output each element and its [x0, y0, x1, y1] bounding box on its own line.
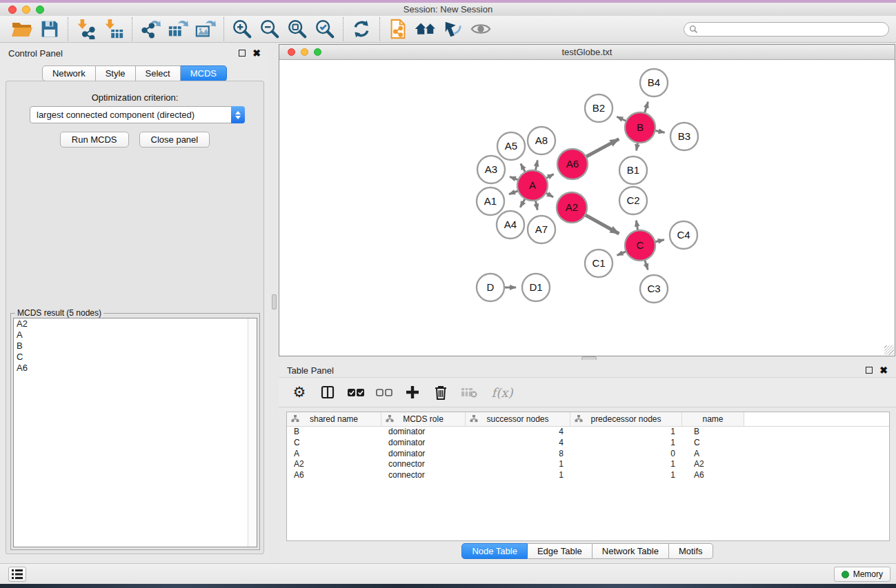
table-row[interactable]: A6connector11A6 — [287, 470, 889, 481]
node-C1[interactable]: C1 — [585, 250, 613, 277]
memory-button[interactable]: Memory — [834, 567, 890, 582]
memory-status-icon — [842, 571, 849, 578]
vertical-splitter-handle[interactable] — [272, 294, 277, 310]
column-header-MCDS-role[interactable]: MCDS role — [381, 412, 466, 426]
node-C2[interactable]: C2 — [619, 187, 647, 214]
tab-style[interactable]: Style — [96, 65, 136, 81]
table-settings-button[interactable]: ⚙ — [291, 384, 308, 401]
zoom-in-button[interactable] — [228, 17, 256, 41]
svg-text:A7: A7 — [535, 223, 548, 235]
zoom-out-button[interactable] — [256, 17, 283, 41]
table-panel: Table Panel ✖ ⚙ — [279, 360, 896, 563]
column-header-name[interactable]: name — [682, 412, 744, 426]
node-A2[interactable]: A2 — [557, 192, 587, 223]
table-panel-title: Table Panel — [287, 365, 866, 376]
svg-text:A1: A1 — [484, 195, 497, 207]
table-row[interactable]: Bdominator41B — [287, 427, 889, 438]
run-mcds-button[interactable]: Run MCDS — [60, 132, 129, 148]
import-table-button[interactable] — [100, 17, 128, 41]
tab-select[interactable]: Select — [136, 65, 181, 81]
tab-network[interactable]: Network — [42, 65, 96, 81]
tab-edge-table[interactable]: Edge Table — [528, 543, 593, 559]
mcds-result-item[interactable]: A2 — [14, 318, 257, 330]
mcds-result-group: MCDS result (5 nodes) A2ABCA6 — [10, 313, 260, 550]
new-network-from-selection-button[interactable] — [384, 17, 412, 41]
node-D[interactable]: D — [477, 274, 504, 301]
mcds-result-item[interactable]: A6 — [14, 363, 257, 374]
optimization-criterion-select[interactable]: largest connected component (directed) — [30, 106, 245, 123]
node-A[interactable]: A — [517, 170, 548, 201]
node-B4[interactable]: B4 — [640, 69, 668, 97]
network-window-titlebar[interactable]: testGlobe.txt — [279, 45, 895, 60]
tab-motifs[interactable]: Motifs — [669, 543, 713, 559]
table-row[interactable]: A2connector11A2 — [287, 459, 889, 470]
network-canvas[interactable]: B4B2BB3A5A8A6A3B1AA1C2A2A4A7C4CC1DD1C3 — [279, 60, 895, 356]
control-panel-title: Control Panel — [8, 48, 239, 59]
first-neighbors-button[interactable] — [412, 17, 439, 41]
float-table-panel-icon[interactable] — [866, 367, 873, 374]
node-B[interactable]: B — [625, 112, 655, 143]
cell: connector — [381, 459, 466, 470]
control-panel-tabs: NetworkStyleSelectMCDS — [0, 65, 269, 81]
mcds-result-title: MCDS result (5 nodes) — [15, 308, 103, 318]
node-C4[interactable]: C4 — [670, 221, 697, 249]
delete-column-button[interactable] — [432, 384, 449, 401]
mcds-list-scrollbar[interactable] — [248, 318, 257, 547]
node-B3[interactable]: B3 — [670, 123, 698, 150]
mcds-result-item[interactable]: B — [14, 341, 257, 352]
search-field[interactable] — [684, 22, 889, 37]
mcds-result-item[interactable]: A — [14, 330, 257, 341]
task-history-button[interactable] — [8, 567, 26, 582]
tab-network-table[interactable]: Network Table — [593, 543, 669, 559]
node-D1[interactable]: D1 — [522, 274, 550, 301]
node-A8[interactable]: A8 — [528, 127, 555, 154]
select-all-columns-button[interactable] — [348, 384, 364, 401]
zoom-out-icon — [259, 19, 280, 39]
node-B1[interactable]: B1 — [619, 156, 647, 184]
column-header-predecessor-nodes[interactable]: predecessor nodes — [570, 412, 682, 426]
export-image-button[interactable] — [192, 17, 219, 41]
close-panel-icon[interactable]: ✖ — [252, 50, 261, 57]
resize-grip-icon[interactable] — [884, 345, 894, 355]
delete-table-icon — [461, 387, 477, 398]
zoom-selected-button[interactable] — [311, 17, 339, 41]
export-table-button[interactable] — [164, 17, 192, 41]
show-columns-button[interactable] — [319, 384, 336, 401]
node-A4[interactable]: A4 — [497, 211, 524, 239]
import-network-button[interactable] — [72, 17, 100, 41]
eye-icon — [470, 20, 492, 38]
column-header-shared-name[interactable]: shared name — [287, 412, 381, 426]
svg-text:A5: A5 — [505, 140, 517, 152]
node-A1[interactable]: A1 — [477, 187, 504, 215]
node-A7[interactable]: A7 — [528, 216, 555, 243]
open-session-button[interactable] — [8, 17, 36, 41]
export-image-icon — [195, 19, 216, 39]
close-table-panel-icon[interactable]: ✖ — [879, 367, 888, 374]
node-C3[interactable]: C3 — [640, 275, 668, 303]
node-B2[interactable]: B2 — [585, 94, 613, 122]
deselect-all-columns-button[interactable] — [376, 384, 392, 401]
control-panel: Control Panel ✖ NetworkStyleSelectMCDS O… — [0, 43, 269, 563]
birds-eye-view-button[interactable] — [467, 17, 495, 41]
close-panel-button[interactable]: Close panel — [139, 132, 210, 148]
node-A6[interactable]: A6 — [557, 149, 588, 179]
table-panel-tabs: Node TableEdge TableNetwork TableMotifs — [279, 543, 896, 559]
tab-mcds[interactable]: MCDS — [181, 65, 227, 81]
node-table[interactable]: shared nameMCDS rolesuccessor nodesprede… — [286, 412, 890, 541]
export-network-button[interactable] — [137, 17, 164, 41]
save-session-button[interactable] — [36, 17, 63, 41]
search-input[interactable] — [701, 25, 888, 34]
table-row[interactable]: Cdominator41C — [287, 438, 889, 449]
table-row[interactable]: Adominator80A — [287, 449, 889, 460]
float-panel-icon[interactable] — [239, 50, 246, 57]
mcds-result-item[interactable]: C — [14, 352, 257, 363]
tab-node-table[interactable]: Node Table — [461, 543, 528, 559]
node-A5[interactable]: A5 — [497, 132, 525, 160]
node-A3[interactable]: A3 — [477, 156, 505, 183]
apply-layout-button[interactable] — [348, 17, 375, 41]
zoom-fit-button[interactable] — [283, 17, 311, 41]
column-header-successor-nodes[interactable]: successor nodes — [466, 412, 570, 426]
create-column-button[interactable] — [404, 384, 421, 401]
graphics-details-button[interactable] — [439, 17, 467, 41]
node-C[interactable]: C — [625, 230, 655, 261]
